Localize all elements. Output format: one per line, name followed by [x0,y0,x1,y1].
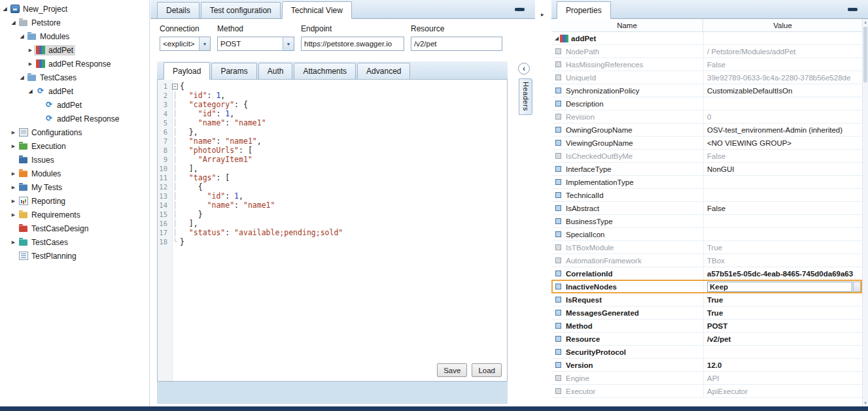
expand-collapsed-icon[interactable]: ▶ [10,171,17,176]
tab-technical-view[interactable]: Technical View [282,1,352,19]
property-row-resource[interactable]: Resource/v2/pet [551,333,862,346]
tree-item-addpet[interactable]: ◢⟳addPet [0,84,149,98]
column-header-name[interactable]: Name [551,19,703,31]
property-row-correlationid[interactable]: CorrelationIda57b51e5-05dc-4eab-8465-745… [551,267,862,280]
ellipsis-button[interactable] [853,282,861,292]
connection-select[interactable]: <explicit> ▼ [160,37,211,51]
property-value-editor[interactable]: Keep [707,282,852,292]
code-line: 10│ ], [158,164,507,173]
expand-expanded-icon[interactable]: ◢ [1,6,9,12]
property-row-owninggroupname[interactable]: OwningGroupNameOSV-test_environment-Admi… [551,123,862,137]
tab-payload[interactable]: Payload [164,62,210,80]
property-row-version[interactable]: Version12.0 [551,359,862,372]
tree-item-addpet[interactable]: ▶addPet [0,43,149,57]
property-row-revision[interactable]: Revision0 [551,110,862,123]
properties-auto-hide-icon[interactable] [848,8,858,11]
properties-node-row[interactable]: ◢addPet [551,32,862,45]
tree-item-addpet[interactable]: ⟳addPet [0,98,149,112]
property-row-synchronizationpolicy[interactable]: SynchronizationPolicyCustomizableDefault… [551,84,862,97]
tree-item-modules[interactable]: ▶Modules [0,167,149,180]
property-row-businesstype[interactable]: BusinessType [551,215,862,228]
property-row-inactivenodes[interactable]: InactiveNodesKeep [551,280,862,293]
column-header-value[interactable]: Value [703,19,862,31]
tree-item-modules[interactable]: ◢Modules [0,29,149,43]
tree-item-requirements[interactable]: ▶Requirements [0,208,149,222]
tab-attachments[interactable]: Attachments [294,63,356,79]
code-line: 9│ "ArrayItem1" [158,155,507,164]
payload-editor[interactable]: 1−{2│ "id": 1,3│ "category": {4│ "id": 1… [157,79,508,382]
tree-item-my-tests[interactable]: ▶My Tests [0,180,149,194]
property-row-automationframework[interactable]: AutomationFrameworkTBox [551,254,862,267]
tab-headers[interactable]: Headers [519,78,532,115]
property-row-uniqueid[interactable]: UniqueId39e92789-0633-9c4a-2280-378b56e5… [551,71,862,84]
property-row-executor[interactable]: ExecutorApiExecutor [551,385,862,398]
property-row-istboxmodule[interactable]: IsTBoxModuleTrue [551,241,862,254]
tree-item-testplanning[interactable]: TestPlanning [0,249,149,263]
scrollbar-thumb[interactable] [863,27,867,82]
property-row-interfacetype[interactable]: InterfaceTypeNonGUI [551,163,862,176]
tab-advanced[interactable]: Advanced [357,63,410,79]
expand-expanded-icon[interactable]: ◢ [18,33,26,39]
tab-details[interactable]: Details [157,2,200,18]
property-name-cell: SecurityProtocol [551,346,703,358]
property-row-technicalid[interactable]: TechnicalId [551,189,862,202]
tree-item-reporting[interactable]: ▶Reporting [0,194,149,208]
property-row-description[interactable]: Description [551,97,862,110]
tree-item-issues[interactable]: Issues [0,153,149,167]
auto-hide-icon[interactable] [515,8,525,11]
tree-item-addpet-response[interactable]: ⟳addPet Response [0,112,149,125]
method-select[interactable]: POST ▼ [217,37,294,51]
collapse-panel-button[interactable]: ‹ [518,63,530,74]
endpoint-input[interactable]: https://petstore.swagger.io [301,37,404,51]
property-row-method[interactable]: MethodPOST [551,320,862,333]
panel-splitter[interactable]: ▸ [535,0,551,406]
tree-item-testcases[interactable]: ◢TestCases [0,71,149,84]
scroll-up-icon[interactable]: ▴ [863,19,868,25]
tab-params[interactable]: Params [211,63,256,79]
tree-item-testcases[interactable]: ▶TestCases [0,235,149,249]
property-row-isabstract[interactable]: IsAbstractFalse [551,202,862,215]
method-dropdown-icon[interactable]: ▼ [283,37,294,50]
property-row-implementationtype[interactable]: ImplementationType [551,176,862,189]
expand-collapsed-icon[interactable]: ▶ [27,61,34,67]
property-row-isrequest[interactable]: IsRequestTrue [551,293,862,306]
fold-collapse-icon[interactable]: − [170,82,180,91]
scroll-down-icon[interactable]: ▾ [863,400,868,406]
code-token: "name" [189,137,217,146]
save-button[interactable]: Save [437,363,467,377]
property-row-engine[interactable]: EngineAPI [551,372,862,385]
expand-expanded-icon[interactable]: ◢ [27,88,34,94]
expand-collapsed-icon[interactable]: ▶ [10,130,17,135]
expand-expanded-icon[interactable]: ◢ [553,35,560,41]
property-row-hasmissingreferences[interactable]: HasMissingReferencesFalse [551,58,862,71]
expand-collapsed-icon[interactable]: ▶ [27,48,34,53]
code-token [180,109,198,118]
expand-expanded-icon[interactable]: ◢ [10,20,17,25]
tree-item-execution[interactable]: ▶Execution [0,139,149,153]
expand-collapsed-icon[interactable]: ▶ [10,199,17,204]
expand-collapsed-icon[interactable]: ▶ [10,212,17,218]
property-row-specialicon[interactable]: SpecialIcon [551,228,862,241]
resource-input[interactable]: /v2/pet [411,37,502,51]
load-button[interactable]: Load [472,363,502,377]
property-row-viewinggroupname[interactable]: ViewingGroupName<NO VIEWING GROUP> [551,137,862,150]
tree-item-petstore[interactable]: ◢Petstore [0,16,149,29]
properties-scrollbar[interactable]: ▴ ▾ [862,19,868,406]
expand-collapsed-icon[interactable]: ▶ [10,144,17,149]
tree-item-new-project[interactable]: ◢New_Project [0,2,149,16]
tree-item-testcasedesign[interactable]: TestCaseDesign [0,222,149,235]
expand-collapsed-icon[interactable]: ▶ [10,185,17,190]
tab-test-configuration[interactable]: Test configuration [201,2,281,18]
expand-expanded-icon[interactable]: ◢ [18,74,26,80]
tree-item-configurations[interactable]: ▶Configurations [0,125,149,139]
expand-collapsed-icon[interactable]: ▶ [10,240,17,245]
property-row-messagesgenerated[interactable]: MessagesGeneratedTrue [551,306,862,320]
tab-properties[interactable]: Properties [557,1,611,19]
connection-dropdown-icon[interactable]: ▼ [199,37,210,50]
property-row-ischeckedoutbyme[interactable]: IsCheckedOutByMeFalse [551,150,862,163]
tree-item-label: addPet [48,46,73,55]
tab-auth[interactable]: Auth [258,63,293,79]
tree-item-addpet-response[interactable]: ▶addPet Response [0,57,149,71]
property-row-securityprotocol[interactable]: SecurityProtocol [551,346,862,359]
property-row-nodepath[interactable]: NodePath/ Petstore/Modules/addPet [551,45,862,58]
